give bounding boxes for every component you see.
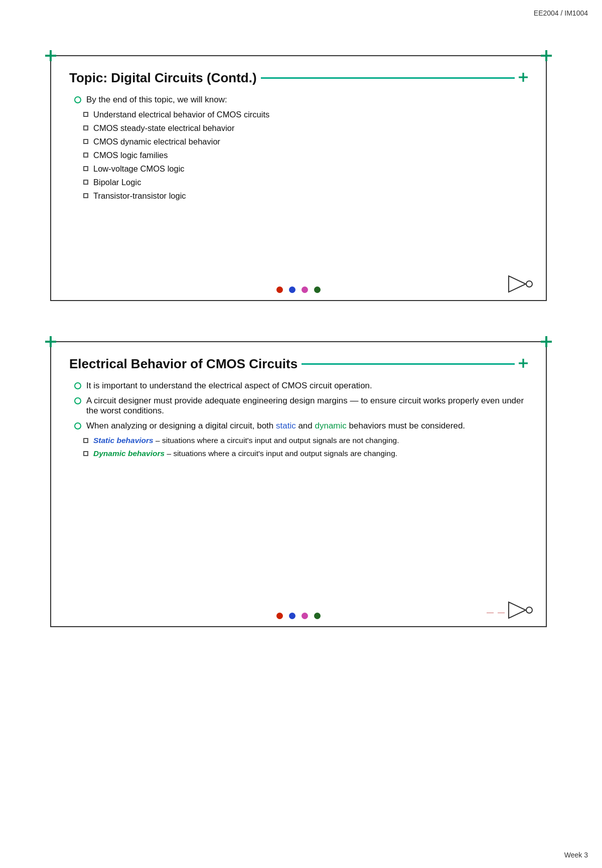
svg-point-15 — [526, 607, 532, 613]
item-text: Transistor-transistor logic — [93, 191, 186, 201]
list-item: CMOS dynamic electrical behavior — [83, 137, 528, 147]
item-text: CMOS dynamic electrical behavior — [93, 137, 220, 147]
item-text: Low-voltage CMOS logic — [93, 164, 185, 174]
nav-dots-2 — [276, 613, 321, 619]
square-bullet — [83, 193, 88, 198]
sub-bullet-static: Static behaviors – situations where a ci… — [83, 436, 528, 445]
svg-marker-14 — [509, 602, 526, 618]
item-text: CMOS steady-state electrical behavior — [93, 123, 235, 133]
dot-red — [276, 613, 283, 619]
slide-2-title: Electrical Behavior of CMOS Circuits — [69, 356, 297, 372]
dynamic-behaviors-text: Dynamic behaviors – situations where a c… — [93, 449, 397, 458]
list-item: CMOS steady-state electrical behavior — [83, 123, 528, 133]
slide-1-bottom — [51, 286, 546, 293]
item-text: Bipolar Logic — [93, 178, 141, 187]
static-rest: – situations where a circuit's input and… — [154, 436, 399, 445]
sub-bullet-dynamic: Dynamic behaviors – situations where a c… — [83, 449, 528, 458]
title-corner-cross — [519, 73, 528, 84]
corner-tr-icon-2 — [541, 336, 552, 347]
svg-rect-1 — [45, 55, 56, 57]
main-bullet-s2-2: A circuit designer must provide adequate… — [74, 396, 528, 416]
slide-1: Topic: Digital Circuits (Contd.) By the … — [50, 55, 547, 301]
svg-rect-3 — [541, 55, 552, 57]
dot-pink — [302, 613, 308, 619]
slide-1-sub-list: Understand electrical behavior of CMOS c… — [69, 110, 528, 201]
main-bullet-s2-3: When analyzing or designing a digital ci… — [74, 421, 528, 431]
list-item: Bipolar Logic — [83, 178, 528, 187]
list-item: Low-voltage CMOS logic — [83, 164, 528, 174]
slide-2-bottom — [51, 613, 546, 619]
dot-blue — [289, 286, 295, 293]
svg-rect-9 — [45, 341, 56, 343]
title-underline-2 — [302, 363, 515, 365]
circle-bullet — [74, 397, 81, 404]
slide-title-row: Topic: Digital Circuits (Contd.) — [69, 70, 528, 86]
svg-rect-13 — [519, 362, 528, 364]
gate-symbol-2 — [508, 601, 534, 621]
dot-pink — [302, 286, 308, 293]
static-label: Static behaviors — [93, 436, 154, 445]
item-text: CMOS logic families — [93, 151, 168, 160]
square-bullet — [83, 438, 88, 443]
dynamic-text-inline: dynamic — [315, 421, 347, 430]
title-corner-cross-2 — [519, 359, 528, 370]
slide-2-title-row: Electrical Behavior of CMOS Circuits — [69, 356, 528, 372]
circle-bullet — [74, 422, 81, 429]
list-item: Understand electrical behavior of CMOS c… — [83, 110, 528, 119]
nav-dots — [276, 286, 321, 293]
gate-dashes: — — — [487, 608, 506, 616]
dot-green — [314, 286, 321, 293]
main-bullet-s2-1: It is important to understand the electr… — [74, 381, 528, 391]
slide-1-main-list: By the end of this topic, we will know: — [69, 95, 528, 105]
slide-2: Electrical Behavior of CMOS Circuits It … — [50, 341, 547, 627]
circle-bullet — [74, 96, 81, 103]
slide-1-title: Topic: Digital Circuits (Contd.) — [69, 70, 257, 86]
list-item: CMOS logic families — [83, 151, 528, 160]
title-underline — [261, 77, 515, 79]
dynamic-rest: – situations where a circuit's input and… — [165, 449, 397, 458]
list-item: Transistor-transistor logic — [83, 191, 528, 201]
week-label: Week 3 — [564, 851, 588, 859]
square-bullet — [83, 180, 88, 185]
svg-marker-6 — [509, 276, 526, 292]
bullet-text: It is important to understand the electr… — [86, 381, 372, 391]
gate-symbol-1 — [508, 275, 534, 295]
bullet-text-mixed: When analyzing or designing a digital ci… — [86, 421, 465, 431]
svg-rect-11 — [541, 341, 552, 343]
course-code: EE2004 / IM1004 — [534, 9, 588, 17]
corner-tr-icon — [541, 50, 552, 61]
corner-tl-icon-2 — [45, 336, 56, 347]
square-bullet — [83, 112, 88, 117]
square-bullet — [83, 451, 88, 456]
dynamic-label: Dynamic behaviors — [93, 449, 165, 458]
square-bullet — [83, 139, 88, 144]
dot-red — [276, 286, 283, 293]
intro-text: By the end of this topic, we will know: — [86, 95, 227, 105]
slide-2-main-list: It is important to understand the electr… — [69, 381, 528, 431]
static-behaviors-text: Static behaviors – situations where a ci… — [93, 436, 399, 445]
svg-point-7 — [526, 281, 532, 287]
corner-tl-icon — [45, 50, 56, 61]
svg-rect-5 — [519, 76, 528, 78]
dot-green — [314, 613, 321, 619]
slide-2-sub-list: Static behaviors – situations where a ci… — [69, 436, 528, 458]
circle-bullet — [74, 382, 81, 389]
square-bullet — [83, 125, 88, 130]
bullet-text: A circuit designer must provide adequate… — [86, 396, 528, 416]
square-bullet — [83, 166, 88, 171]
item-text: Understand electrical behavior of CMOS c… — [93, 110, 269, 119]
square-bullet — [83, 153, 88, 158]
main-bullet-1: By the end of this topic, we will know: — [74, 95, 528, 105]
dot-blue — [289, 613, 295, 619]
static-text-inline: static — [276, 421, 296, 430]
